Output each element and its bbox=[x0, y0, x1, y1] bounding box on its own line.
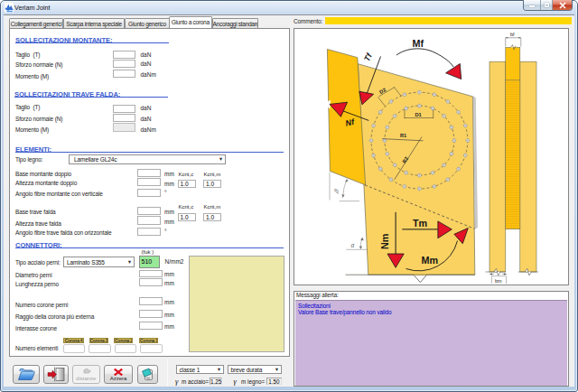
svg-text:Mm: Mm bbox=[422, 255, 439, 266]
svg-text:Mf: Mf bbox=[413, 38, 424, 49]
svg-text:Tm: Tm bbox=[413, 218, 427, 229]
svg-text:D1: D1 bbox=[415, 112, 422, 117]
svg-text:bf: bf bbox=[510, 32, 515, 37]
svg-text:α: α bbox=[351, 242, 355, 248]
svg-text:Nm: Nm bbox=[379, 234, 390, 249]
svg-text:β: β bbox=[332, 188, 340, 195]
svg-text:bm: bm bbox=[495, 278, 502, 284]
svg-text:R1: R1 bbox=[400, 133, 406, 138]
svg-text:Tf: Tf bbox=[362, 51, 374, 63]
